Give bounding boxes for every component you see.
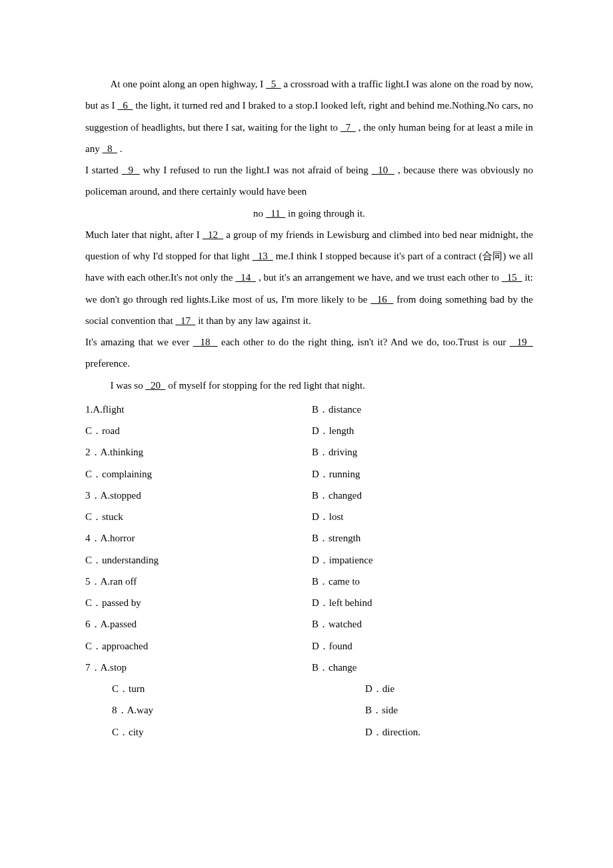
option-a: 2．A.thinking [85, 441, 312, 463]
blank-6: 6 [117, 100, 133, 111]
paragraph-2: I started 9 why I refused to run the lig… [85, 159, 533, 203]
option-row: C．complainingD．running [85, 463, 533, 485]
option-row: C．cityD．direction. [85, 721, 533, 743]
option-a: 4．A.horror [85, 527, 312, 549]
option-row: 1.A.flightB．distance [85, 399, 533, 420]
option-b: B．came to [312, 571, 533, 592]
option-b: B．watched [312, 613, 533, 635]
option-c: C．understanding [85, 549, 312, 571]
paragraph-1: At one point along an open highway, I 5 … [85, 73, 533, 159]
blank-10: 10 [372, 165, 395, 175]
option-b: B．side [338, 699, 533, 721]
option-c: C．approached [85, 635, 312, 657]
option-a: 3．A.stopped [85, 485, 312, 506]
option-c: C．city [85, 721, 338, 743]
blank-11: 11 [266, 208, 285, 219]
text: in going through it. [288, 208, 365, 219]
option-d: D．direction. [338, 721, 533, 743]
option-row: C．roadD．length [85, 420, 533, 441]
option-row: C．turnD．die [85, 678, 533, 699]
blank-8: 8 [102, 143, 117, 154]
option-c: C．turn [85, 678, 338, 699]
text: preference. [85, 358, 130, 369]
text: It's amazing that we ever [85, 337, 189, 347]
blank-19: 19 [510, 337, 533, 347]
text: At one point along an open highway, I [111, 79, 264, 89]
text: . [120, 143, 123, 154]
option-a: 7．A.stop [85, 657, 312, 678]
option-c: C．road [85, 420, 312, 441]
option-d: D．running [312, 463, 533, 485]
paragraph-3: Much later that night, after I 12 a grou… [85, 224, 533, 331]
option-b: B．driving [312, 441, 533, 463]
option-c: C．complaining [85, 463, 312, 485]
text: I was so [111, 380, 143, 391]
paragraph-2-continued: no 11 in going through it. [85, 203, 533, 224]
option-d: D．impatience [312, 549, 533, 571]
blank-20: 20 [145, 380, 165, 391]
blank-7: 7 [340, 122, 356, 133]
option-b: B．distance [312, 399, 533, 420]
option-row: 4．A.horrorB．strength [85, 527, 533, 549]
answer-options: 1.A.flightB．distanceC．roadD．length2．A.th… [85, 399, 533, 743]
blank-18: 18 [193, 337, 218, 347]
text: why I refused to run the light.I was not… [143, 165, 368, 175]
option-b: B．strength [312, 527, 533, 549]
option-a: 5．A.ran off [85, 571, 312, 592]
text: Much later that night, after I [85, 229, 200, 240]
option-b: B．changed [312, 485, 533, 506]
text: of myself for stopping for the red light… [168, 380, 365, 391]
option-row: C．passed byD．left behind [85, 592, 533, 613]
option-d: D．found [312, 635, 533, 657]
option-row: 2．A.thinkingB．driving [85, 441, 533, 463]
option-row: C．understandingD．impatience [85, 549, 533, 571]
blank-9: 9 [122, 165, 140, 175]
option-d: D．lost [312, 506, 533, 527]
option-a: 8．A.way [85, 699, 338, 721]
option-row: C．stuckD．lost [85, 506, 533, 527]
blank-17: 17 [175, 315, 195, 326]
blank-16: 16 [370, 294, 393, 305]
text: no [253, 208, 263, 219]
blank-15: 15 [502, 272, 522, 283]
blank-14: 14 [235, 272, 256, 283]
option-row: 5．A.ran offB．came to [85, 571, 533, 592]
blank-12: 12 [203, 229, 223, 240]
text: it than by any law against it. [198, 315, 311, 326]
option-a: 1.A.flight [85, 399, 312, 420]
option-row: 6．A.passedB．watched [85, 613, 533, 635]
option-row: 3．A.stoppedB．changed [85, 485, 533, 506]
option-row: C．approachedD．found [85, 635, 533, 657]
option-row: 8．A.wayB．side [85, 699, 533, 721]
option-d: D．left behind [312, 592, 533, 613]
text: I started [85, 165, 119, 175]
option-a: 6．A.passed [85, 613, 312, 635]
option-row: 7．A.stopB．change [85, 657, 533, 678]
option-d: D．die [338, 678, 533, 699]
option-d: D．length [312, 420, 533, 441]
text: me.I think I stopped because it's part o… [276, 251, 476, 261]
option-b: B．change [312, 657, 533, 678]
paragraph-5: I was so 20 of myself for stopping for t… [85, 375, 533, 396]
option-c: C．stuck [85, 506, 312, 527]
blank-5: 5 [266, 79, 281, 89]
paragraph-4: It's amazing that we ever 18 each other … [85, 331, 533, 375]
text: each other to do the right thing, isn't … [221, 337, 506, 347]
text: , but it's an arrangement we have, and w… [259, 272, 499, 283]
text-cjk: (合同) [479, 251, 506, 261]
option-c: C．passed by [85, 592, 312, 613]
document-page: At one point along an open highway, I 5 … [0, 0, 613, 868]
blank-13: 13 [253, 251, 273, 261]
